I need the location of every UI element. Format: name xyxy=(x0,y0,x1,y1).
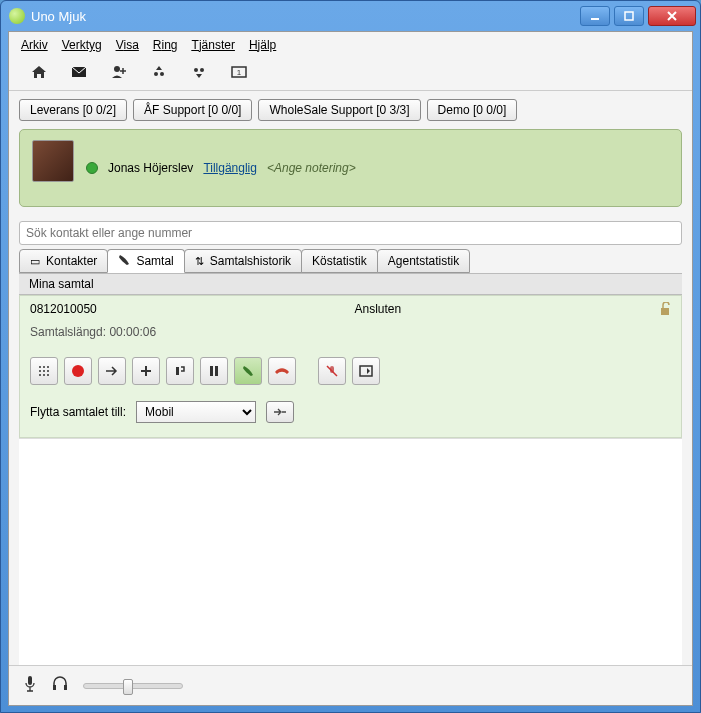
calls-section-header: Mina samtal xyxy=(19,273,682,295)
duration-value: 00:00:06 xyxy=(109,325,156,339)
volume-slider[interactable] xyxy=(83,683,183,689)
tab-calls[interactable]: Samtal xyxy=(107,249,184,273)
menu-bar: Arkiv Verktyg Visa Ring Tjänster Hjälp xyxy=(9,32,692,58)
svg-point-12 xyxy=(43,366,45,368)
svg-point-6 xyxy=(194,68,198,72)
close-button[interactable] xyxy=(648,6,696,26)
popout-button[interactable] xyxy=(352,357,380,385)
answer-button[interactable] xyxy=(234,357,262,385)
svg-rect-10 xyxy=(661,308,669,315)
add-user-icon[interactable] xyxy=(109,64,129,80)
hangup-button[interactable] xyxy=(268,357,296,385)
menu-verktyg[interactable]: Verktyg xyxy=(56,36,108,54)
svg-text:1: 1 xyxy=(237,68,242,77)
tab-agentstats-label: Agentstatistik xyxy=(388,254,459,268)
menu-tjanster[interactable]: Tjänster xyxy=(186,36,241,54)
svg-rect-27 xyxy=(64,685,67,690)
svg-rect-1 xyxy=(625,12,633,20)
profile-card: Jonas Höjerslev Tillgänglig <Ange noteri… xyxy=(19,129,682,207)
svg-point-7 xyxy=(200,68,204,72)
toolbar: 1 xyxy=(9,58,692,91)
history-icon: ⇅ xyxy=(195,255,204,268)
move-label: Flytta samtalet till: xyxy=(30,405,126,419)
svg-rect-23 xyxy=(330,366,334,373)
dialpad-button[interactable] xyxy=(30,357,58,385)
home-icon[interactable] xyxy=(29,64,49,80)
status-link[interactable]: Tillgänglig xyxy=(203,161,257,175)
tab-calls-label: Samtal xyxy=(136,254,173,268)
headset-icon[interactable] xyxy=(51,676,69,696)
svg-point-19 xyxy=(47,374,49,376)
svg-rect-0 xyxy=(591,18,599,20)
avatar xyxy=(32,140,74,182)
slider-thumb[interactable] xyxy=(123,679,133,695)
duration-label: Samtalslängd: xyxy=(30,325,106,339)
move-target-select[interactable]: Mobil xyxy=(136,401,256,423)
call-duration: Samtalslängd: 00:00:06 xyxy=(20,321,681,357)
group-up-icon[interactable] xyxy=(149,64,169,80)
status-bar xyxy=(9,665,692,705)
record-button[interactable] xyxy=(64,357,92,385)
svg-point-13 xyxy=(47,366,49,368)
profile-note[interactable]: <Ange notering> xyxy=(267,161,356,175)
profile-line: Jonas Höjerslev Tillgänglig <Ange noteri… xyxy=(86,140,356,196)
queue-leverans[interactable]: Leverans [0 0/2] xyxy=(19,99,127,121)
hold-button[interactable] xyxy=(200,357,228,385)
call-number: 0812010050 xyxy=(30,302,97,319)
maximize-button[interactable] xyxy=(614,6,644,26)
svg-rect-25 xyxy=(28,676,32,685)
phone-icon xyxy=(118,254,130,268)
svg-point-14 xyxy=(39,370,41,372)
svg-point-5 xyxy=(160,72,164,76)
status-indicator-icon xyxy=(86,162,98,174)
menu-hjalp[interactable]: Hjälp xyxy=(243,36,282,54)
app-icon xyxy=(9,8,25,24)
menu-arkiv[interactable]: Arkiv xyxy=(15,36,54,54)
active-call-panel: 0812010050 Ansluten Samtalslängd: 00:00:… xyxy=(19,295,682,438)
window-title: Uno Mjuk xyxy=(31,9,580,24)
svg-rect-22 xyxy=(215,366,218,376)
menu-visa[interactable]: Visa xyxy=(110,36,145,54)
menu-ring[interactable]: Ring xyxy=(147,36,184,54)
svg-point-16 xyxy=(47,370,49,372)
group-down-icon[interactable] xyxy=(189,64,209,80)
client-area: Arkiv Verktyg Visa Ring Tjänster Hjälp 1… xyxy=(8,31,693,706)
svg-rect-21 xyxy=(210,366,213,376)
tab-queuestats[interactable]: Köstatistik xyxy=(301,249,378,273)
search-input[interactable] xyxy=(19,221,682,245)
mute-mic-button[interactable] xyxy=(318,357,346,385)
minimize-button[interactable] xyxy=(580,6,610,26)
tab-contacts[interactable]: ▭ Kontakter xyxy=(19,249,108,273)
svg-point-18 xyxy=(43,374,45,376)
park-button[interactable] xyxy=(166,357,194,385)
queue-af-support[interactable]: ÅF Support [0 0/0] xyxy=(133,99,252,121)
svg-rect-2 xyxy=(72,67,86,77)
svg-point-11 xyxy=(39,366,41,368)
call-controls xyxy=(20,357,681,401)
mail-icon[interactable] xyxy=(69,64,89,80)
svg-point-4 xyxy=(154,72,158,76)
spacer xyxy=(302,357,312,385)
profile-name: Jonas Höjerslev xyxy=(108,161,193,175)
app-window: Uno Mjuk Arkiv Verktyg Visa Ring Tjänste… xyxy=(0,0,701,713)
svg-point-17 xyxy=(39,374,41,376)
empty-area xyxy=(19,438,682,665)
tabs: ▭ Kontakter Samtal ⇅ Samtalshistorik Kös… xyxy=(9,249,692,273)
queue-demo[interactable]: Demo [0 0/0] xyxy=(427,99,518,121)
move-execute-button[interactable] xyxy=(266,401,294,423)
queue-buttons: Leverans [0 0/2] ÅF Support [0 0/0] Whol… xyxy=(9,91,692,129)
transfer-button[interactable] xyxy=(98,357,126,385)
svg-rect-26 xyxy=(53,685,56,690)
svg-point-15 xyxy=(43,370,45,372)
mic-icon[interactable] xyxy=(23,675,37,697)
lock-icon[interactable] xyxy=(659,302,671,319)
search-row xyxy=(9,217,692,249)
tab-agentstats[interactable]: Agentstatistik xyxy=(377,249,470,273)
add-call-button[interactable] xyxy=(132,357,160,385)
queue-wholesale[interactable]: WholeSale Support [0 3/3] xyxy=(258,99,420,121)
tab-queuestats-label: Köstatistik xyxy=(312,254,367,268)
tab-history-label: Samtalshistorik xyxy=(210,254,291,268)
window-icon[interactable]: 1 xyxy=(229,64,249,80)
tab-history[interactable]: ⇅ Samtalshistorik xyxy=(184,249,302,273)
svg-rect-24 xyxy=(360,366,372,376)
